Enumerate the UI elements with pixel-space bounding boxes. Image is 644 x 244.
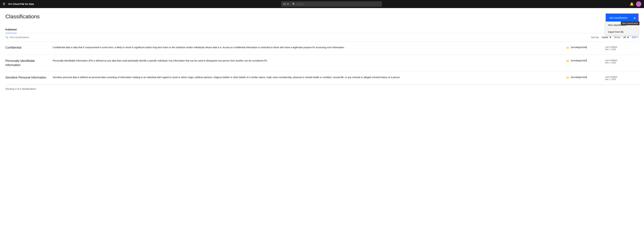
table-row: Personally Identifiable Information Pers… — [5, 55, 639, 71]
chevron-down-icon: ▼ — [627, 36, 629, 39]
edit-button[interactable]: Edit ✎ — [632, 36, 639, 39]
classification-name[interactable]: Sensitive Personal Information — [5, 75, 47, 80]
sort-by-dropdown[interactable]: Name ▼ — [602, 36, 611, 39]
top-navigation: ☰ IBM Cloud Pak for Data All ▼ 🔍 🔔 — [0, 0, 644, 8]
add-classification-button-group: Add classification ▲ New classification … — [606, 14, 639, 22]
add-classification-split-button: Add classification ▲ — [606, 14, 639, 22]
classification-category: 📁 [uncategorized] — [566, 46, 600, 49]
classification-description: Sensitive personal data is defined as pe… — [53, 75, 561, 79]
table-row: Confidential Confidential data is data t… — [5, 42, 639, 55]
notification-bell-icon[interactable]: 🔔 — [629, 1, 634, 7]
page-header: Classifications Add classification ▲ New… — [5, 14, 639, 22]
classification-description: Personally identifiable information (PII… — [53, 59, 561, 63]
search-input[interactable] — [296, 3, 330, 5]
add-classification-button[interactable]: Add classification — [606, 14, 631, 22]
list-footer: Showing 3 of 3 classifications — [5, 85, 639, 93]
search-icon: 🔍 — [292, 3, 295, 5]
add-classification-chevron-button[interactable]: ▲ — [631, 14, 638, 22]
brand-name: IBM Cloud Pak for Data — [8, 3, 34, 5]
page-title: Classifications — [5, 14, 40, 20]
show-filter-dropdown[interactable]: All ▼ — [623, 36, 629, 39]
table-row: Sensitive Personal Information Sensitive… — [5, 71, 639, 85]
classification-name[interactable]: Confidential — [5, 46, 47, 50]
classification-category: 📁 [uncategorized] — [566, 75, 600, 79]
classification-metadata: Last modified: Dec 2, 2020 — [605, 46, 639, 51]
classification-name[interactable]: Personally Identifiable Information — [5, 59, 47, 67]
import-from-file-menu-item[interactable]: Import from file — [605, 29, 638, 35]
topnav-actions: 🔔 — [629, 1, 641, 7]
search-icon: 🔍 — [5, 36, 8, 39]
search-scope-dropdown[interactable]: All ▼ — [283, 3, 291, 5]
chevron-down-icon: ▼ — [287, 3, 289, 5]
classifications-list: Confidential Confidential data is data t… — [5, 42, 639, 85]
avatar[interactable] — [636, 1, 641, 7]
hamburger-menu-icon[interactable]: ☰ — [3, 2, 5, 6]
new-classification-tooltip: New classification — [621, 22, 640, 25]
toolbar-right: Sort by: Name ▼ Show: All ▼ Edit ✎ — [591, 36, 639, 39]
classifications-search-box[interactable]: 🔍 — [5, 36, 588, 39]
classification-description: Confidential data is data that if compro… — [53, 46, 561, 49]
edit-icon: ✎ — [636, 36, 639, 39]
page-tabs: Published — [5, 26, 639, 33]
chevron-down-icon: ▼ — [609, 36, 612, 39]
tab-published[interactable]: Published — [5, 26, 16, 33]
chevron-up-icon: ▲ — [633, 16, 636, 19]
classification-category: 📁 [uncategorized] — [566, 59, 600, 63]
classification-metadata: Last modified: Dec 2, 2020 — [605, 59, 639, 64]
main-content: Classifications Add classification ▲ New… — [0, 8, 644, 244]
global-search-bar[interactable]: All ▼ 🔍 — [281, 1, 382, 7]
classification-metadata: Last modified: Dec 2, 2020 — [605, 75, 639, 80]
folder-icon: 📁 — [566, 76, 570, 79]
classifications-toolbar: 🔍 Sort by: Name ▼ Show: All ▼ Edit ✎ — [5, 33, 639, 42]
folder-icon: 📁 — [566, 46, 570, 49]
folder-icon: 📁 — [566, 59, 570, 63]
find-classifications-input[interactable] — [10, 36, 60, 39]
